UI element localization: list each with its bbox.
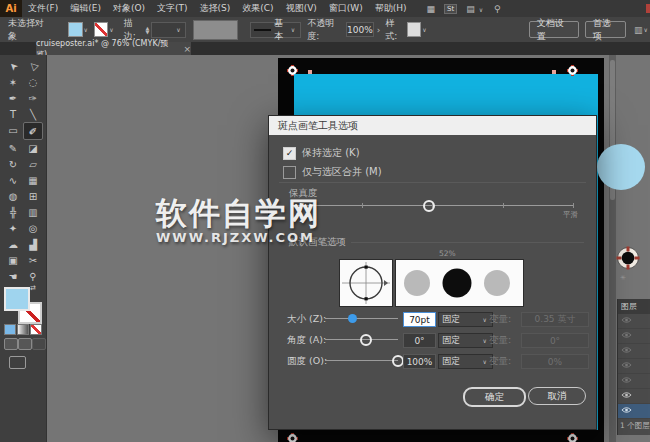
- size-value-input[interactable]: 70pt: [403, 312, 436, 327]
- opacity-stepper-icon[interactable]: ›: [377, 25, 381, 35]
- keep-selected-option[interactable]: ✓ 保持选定 (K): [283, 146, 360, 160]
- checkbox-unchecked-icon[interactable]: [283, 166, 296, 179]
- document-tab[interactable]: cruiseposter.ai* @ 76% (CMYK/预览) ×: [36, 42, 191, 55]
- rotate-tool[interactable]: ↻: [3, 156, 23, 172]
- menu-effect[interactable]: 效果(C): [236, 0, 279, 17]
- roundness-mode-dropdown[interactable]: 固定∨: [438, 354, 493, 369]
- draw-behind-button[interactable]: [18, 338, 32, 350]
- style-swatch[interactable]: [407, 22, 421, 37]
- graph-tool[interactable]: ▟: [23, 236, 43, 252]
- free-transform-tool[interactable]: ▦: [23, 172, 43, 188]
- line-segment-tool[interactable]: ╲: [23, 106, 43, 122]
- fidelity-slider-knob[interactable]: [423, 200, 435, 212]
- menu-select[interactable]: 选择(S): [194, 0, 237, 17]
- align-panel-icon[interactable]: ▥: [634, 25, 643, 35]
- scale-tool[interactable]: ▱: [23, 156, 43, 172]
- menu-file[interactable]: 文件(F): [22, 0, 64, 17]
- slice-tool[interactable]: ✂: [23, 252, 43, 268]
- eraser-tool[interactable]: ◪: [23, 140, 43, 156]
- chevron-down-icon[interactable]: ∨: [109, 26, 113, 33]
- visibility-eye-icon[interactable]: [621, 406, 632, 416]
- stroke-color-swatch[interactable]: [94, 22, 108, 37]
- zoom-tool[interactable]: ⚲: [23, 268, 43, 284]
- stroke-weight-stepper[interactable]: ▲▼: [145, 26, 149, 34]
- rectangle-tool[interactable]: ▭: [3, 122, 23, 138]
- artboard-tool[interactable]: ▣: [3, 252, 23, 268]
- workspace-switcher-icon[interactable]: ▤ ∨: [466, 4, 485, 14]
- layer-row[interactable]: [618, 314, 650, 329]
- angle-mode-dropdown[interactable]: 固定∨: [438, 333, 493, 348]
- layers-panel-header[interactable]: 图层: [618, 299, 650, 314]
- type-tool[interactable]: T: [3, 106, 23, 122]
- hand-tool[interactable]: ☚: [3, 268, 23, 284]
- size-mode-dropdown[interactable]: 固定∨: [438, 312, 493, 327]
- opacity-input[interactable]: 100%: [346, 22, 374, 37]
- pen-tool[interactable]: ✒: [3, 90, 23, 106]
- menu-object[interactable]: 对象(O): [107, 0, 151, 17]
- menu-type[interactable]: 文字(T): [151, 0, 194, 17]
- draw-normal-button[interactable]: [4, 338, 18, 350]
- arrange-documents-icon[interactable]: ▦: [427, 4, 436, 14]
- visibility-eye-icon[interactable]: [621, 331, 632, 341]
- menu-window[interactable]: 窗口(W): [323, 0, 369, 17]
- gradient-tool[interactable]: ▥: [23, 204, 43, 220]
- path-segment-handle[interactable]: [552, 70, 556, 74]
- swap-fill-stroke-icon[interactable]: ⇄: [30, 284, 36, 292]
- brush-shape-editor[interactable]: [339, 259, 393, 307]
- screen-mode-button[interactable]: [9, 356, 26, 369]
- size-slider-knob[interactable]: [348, 314, 357, 323]
- brush-definition-dropdown[interactable]: 基本∨: [250, 22, 301, 38]
- share-icon[interactable]: ⚲: [494, 4, 501, 14]
- layer-row[interactable]: [618, 329, 650, 344]
- color-mode-button[interactable]: [4, 324, 16, 335]
- chevron-down-icon[interactable]: ∨: [644, 26, 648, 33]
- chevron-down-icon[interactable]: ∨: [84, 26, 88, 33]
- menu-view[interactable]: 视图(V): [280, 0, 323, 17]
- perspective-grid-tool[interactable]: ⊞: [23, 188, 43, 204]
- menu-edit[interactable]: 编辑(E): [64, 0, 107, 17]
- vertical-scrollbar[interactable]: [609, 55, 616, 442]
- app-logo[interactable]: Ai: [0, 0, 22, 17]
- selection-tool[interactable]: ➤: [3, 58, 23, 74]
- path-segment-handle[interactable]: [308, 70, 312, 74]
- anchor-point-bottom-left[interactable]: [287, 429, 298, 440]
- layer-row-selected[interactable]: [618, 404, 650, 419]
- none-mode-button[interactable]: [30, 324, 42, 335]
- visibility-eye-icon[interactable]: [621, 316, 632, 326]
- blend-tool[interactable]: ◎: [23, 220, 43, 236]
- canvas-ellipse-artwork[interactable]: [597, 144, 645, 190]
- roundness-value-input[interactable]: 100%: [403, 354, 436, 369]
- symbol-sprayer-tool[interactable]: ☁: [3, 236, 23, 252]
- dialog-title[interactable]: 斑点画笔工具选项: [269, 116, 596, 135]
- anchor-point-top-right[interactable]: [567, 61, 578, 72]
- pencil-tool[interactable]: ✎: [3, 140, 23, 156]
- size-slider-track[interactable]: [325, 318, 398, 319]
- ok-button[interactable]: 确定: [463, 387, 526, 407]
- mesh-tool[interactable]: ╬: [3, 204, 23, 220]
- fill-color-swatch[interactable]: [68, 22, 82, 37]
- direct-selection-tool[interactable]: ▷: [23, 58, 43, 74]
- eyedropper-tool[interactable]: ✦: [3, 220, 23, 236]
- toolbar-fill-swatch[interactable]: [4, 287, 30, 311]
- angle-value-input[interactable]: 0°: [403, 333, 436, 348]
- roundness-slider-track[interactable]: [325, 360, 398, 361]
- chevron-down-icon[interactable]: ∨: [422, 26, 426, 33]
- visibility-eye-icon[interactable]: [621, 346, 632, 356]
- layer-row[interactable]: [618, 374, 650, 389]
- menu-help[interactable]: 帮助(H): [369, 0, 413, 17]
- visibility-eye-icon[interactable]: [621, 391, 632, 401]
- merge-only-option[interactable]: 仅与选区合并 (M): [283, 165, 382, 179]
- variable-width-profile[interactable]: [193, 20, 238, 40]
- layer-row[interactable]: [618, 359, 650, 374]
- cancel-button[interactable]: 取消: [528, 387, 586, 405]
- preferences-button[interactable]: 首选项: [585, 21, 626, 38]
- visibility-eye-icon[interactable]: [621, 361, 632, 371]
- visibility-eye-icon[interactable]: [621, 376, 632, 386]
- layer-row[interactable]: [618, 389, 650, 404]
- draw-inside-button[interactable]: [32, 338, 46, 350]
- stroke-weight-dropdown[interactable]: ∨: [151, 22, 185, 38]
- anchor-point-bottom-right[interactable]: [567, 429, 578, 440]
- magic-wand-tool[interactable]: ✶: [3, 74, 23, 90]
- document-setup-button[interactable]: 文档设置: [529, 21, 579, 38]
- layer-row[interactable]: [618, 344, 650, 359]
